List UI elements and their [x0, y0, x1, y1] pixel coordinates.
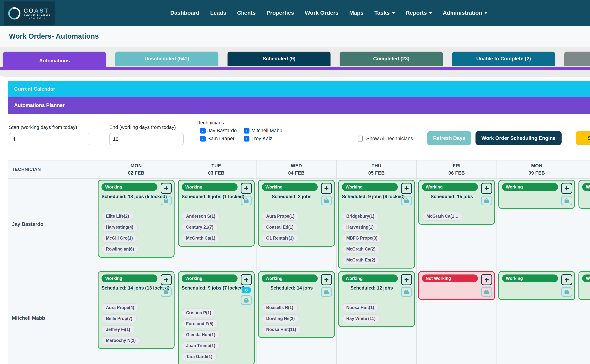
- add-job-button[interactable]: +: [321, 274, 332, 285]
- start-days-input[interactable]: [9, 133, 90, 145]
- working-day-card[interactable]: Working+: [578, 180, 590, 209]
- nav-item-dashboard[interactable]: Dashboard: [170, 10, 199, 16]
- nav-item-administration[interactable]: Administration: [443, 10, 487, 16]
- nav-item-properties[interactable]: Properties: [266, 10, 294, 16]
- show-all-technicians-checkbox[interactable]: Show All Technicians: [358, 136, 413, 142]
- working-day-card[interactable]: WorkingScheduled: 3 jobs+Aura Prope(1)Co…: [258, 180, 335, 247]
- client-chip[interactable]: Boxsells R(1): [262, 303, 298, 312]
- tab-completed-23[interactable]: Completed (23): [340, 52, 443, 66]
- automations-planner-header[interactable]: Automations Planner: [8, 97, 590, 114]
- working-day-card[interactable]: WorkingScheduled: 13 jobs (5 locked)+Eli…: [98, 180, 175, 258]
- sync-button[interactable]: Sy: [576, 131, 590, 145]
- nav-item-tasks[interactable]: Tasks: [374, 10, 395, 16]
- client-chip[interactable]: Anderson S(1): [182, 212, 220, 221]
- client-chip[interactable]: G1 Rentals(1): [262, 234, 298, 242]
- unlock-day-button[interactable]: [401, 196, 412, 205]
- working-day-card[interactable]: WorkingScheduled: 12 jobs+Noosa Hint(1)R…: [338, 271, 415, 327]
- client-chip[interactable]: Noosa Hint(1): [342, 303, 379, 312]
- client-chip[interactable]: McGill Gro(1): [101, 234, 137, 242]
- unlock-day-button[interactable]: [161, 287, 172, 297]
- checkbox-unchecked-icon[interactable]: [358, 136, 363, 142]
- working-day-card[interactable]: WorkingScheduled: 15 jobs+McGrath Ca(1…: [418, 180, 495, 225]
- unlock-day-button[interactable]: [321, 196, 332, 205]
- client-chip[interactable]: Century 21(7): [182, 223, 218, 232]
- unlock-day-button[interactable]: [161, 196, 172, 205]
- client-chip[interactable]: Joan Tremb(1): [182, 341, 220, 350]
- client-chip[interactable]: Jeffrey Fi(1): [101, 325, 135, 334]
- technician-filter-mitchell-mabb[interactable]: ✓Mitchell Mabb: [244, 128, 282, 134]
- working-day-card[interactable]: WorkingScheduled: 9 jobs (7 locked)+OCri…: [178, 271, 255, 364]
- technician-filter-jay-bastardo[interactable]: ✓Jay Bastardo: [200, 128, 244, 134]
- client-chip[interactable]: Noosa Hint(11): [262, 325, 301, 334]
- nav-item-maps[interactable]: Maps: [349, 10, 364, 16]
- working-day-card[interactable]: Working+: [498, 180, 575, 209]
- unlock-day-button[interactable]: [561, 196, 572, 205]
- client-chip[interactable]: Rowling an(6): [101, 245, 139, 254]
- tab-partial[interactable]: [564, 52, 590, 66]
- client-chip[interactable]: Cristina P(1): [182, 308, 216, 317]
- tab-scheduled-9[interactable]: Scheduled (9): [227, 52, 331, 66]
- nav-item-reports[interactable]: Reports: [406, 10, 432, 16]
- tab-automations[interactable]: Automations: [3, 52, 106, 70]
- nav-item-work-orders[interactable]: Work Orders: [305, 10, 338, 16]
- add-job-button[interactable]: +: [401, 274, 412, 285]
- checkbox-checked-icon[interactable]: ✓: [244, 136, 249, 142]
- client-chip[interactable]: Harvesting(4): [101, 223, 138, 232]
- client-chip[interactable]: Ford and F(5): [182, 319, 218, 328]
- coast-logo[interactable]: COAST SMOKE ALARMS - Est. 2011 -: [4, 1, 55, 25]
- client-chip[interactable]: McGrath Ca(2): [342, 245, 380, 254]
- client-chip[interactable]: Tara Gardi(1): [182, 352, 217, 361]
- client-chip[interactable]: McGrath Ca(1…: [422, 212, 463, 221]
- client-chip[interactable]: Aura Prope(1): [262, 212, 299, 221]
- unlock-day-button[interactable]: [481, 287, 492, 297]
- unlock-day-button[interactable]: [241, 295, 252, 305]
- add-job-button[interactable]: +: [321, 183, 332, 194]
- client-chip[interactable]: Dowling Ne(2): [262, 314, 299, 323]
- add-job-button[interactable]: +: [481, 183, 492, 194]
- not-working-day-card[interactable]: Not Working+: [418, 271, 495, 300]
- client-chip[interactable]: Glenda Hun(1): [182, 330, 220, 339]
- unlock-day-button[interactable]: [481, 196, 492, 205]
- unlock-day-button[interactable]: [321, 287, 332, 297]
- add-job-button[interactable]: +: [241, 274, 252, 285]
- working-day-card[interactable]: WorkingScheduled: 14 jobs+Boxsells R(1)D…: [258, 271, 335, 338]
- client-chip[interactable]: Ray White (11): [342, 314, 380, 323]
- working-day-card[interactable]: Working+: [498, 271, 575, 300]
- working-day-card[interactable]: WorkingScheduled: 14 jobs (13 locked)+Au…: [98, 271, 175, 349]
- client-chip[interactable]: Harvesting(1): [342, 223, 378, 232]
- work-order-scheduling-engine-button[interactable]: Work Order Scheduling Engine: [476, 131, 562, 145]
- client-chip[interactable]: McGrath Es(2): [342, 256, 380, 265]
- add-job-button[interactable]: +: [241, 183, 252, 194]
- add-job-button[interactable]: +: [561, 183, 572, 194]
- add-job-button[interactable]: +: [161, 183, 172, 194]
- working-day-card[interactable]: WorkingScheduled: 9 jobs (6 locked)+Brid…: [338, 180, 415, 268]
- nav-item-leads[interactable]: Leads: [210, 10, 226, 16]
- end-days-input[interactable]: [109, 133, 184, 145]
- add-job-button[interactable]: +: [161, 274, 172, 285]
- checkbox-checked-icon[interactable]: ✓: [200, 128, 206, 134]
- working-day-card[interactable]: WorkingScheduled: 9 jobs (1 locked)+Ande…: [178, 180, 255, 247]
- unlock-day-button[interactable]: [401, 287, 412, 297]
- tab-unable-to-complete-2[interactable]: Unable to Complete (2): [452, 52, 555, 66]
- unlock-day-button[interactable]: [241, 196, 252, 205]
- client-chip[interactable]: Maroochy N(2): [101, 336, 140, 345]
- refresh-days-button[interactable]: Refresh Days: [427, 131, 471, 145]
- client-chip[interactable]: Coastal Ed(1): [262, 223, 298, 232]
- unlock-day-button[interactable]: [561, 287, 572, 297]
- nav-item-clients[interactable]: Clients: [237, 10, 256, 16]
- checkbox-checked-icon[interactable]: ✓: [244, 128, 249, 134]
- technician-filter-troy-kalz[interactable]: ✓Troy Kalz: [244, 136, 282, 142]
- add-job-button[interactable]: +: [481, 274, 492, 285]
- checkbox-checked-icon[interactable]: ✓: [200, 136, 206, 142]
- technician-filter-sam-draper[interactable]: ✓Sam Draper: [200, 136, 244, 142]
- working-day-card[interactable]: Working+: [578, 271, 590, 300]
- add-job-button[interactable]: +: [401, 183, 412, 194]
- client-chip[interactable]: MBFG Prope(3): [342, 234, 382, 242]
- client-chip[interactable]: Belle Prop(7): [101, 314, 137, 323]
- add-job-button[interactable]: +: [561, 274, 572, 285]
- client-chip[interactable]: Bridgebury(1): [342, 212, 379, 221]
- client-chip[interactable]: Aura Prope(4): [101, 303, 139, 312]
- current-calendar-header[interactable]: Current Calendar: [8, 81, 590, 97]
- client-chip[interactable]: Elite Life(2): [101, 212, 133, 221]
- client-chip[interactable]: McGrath Ca(1): [182, 234, 220, 242]
